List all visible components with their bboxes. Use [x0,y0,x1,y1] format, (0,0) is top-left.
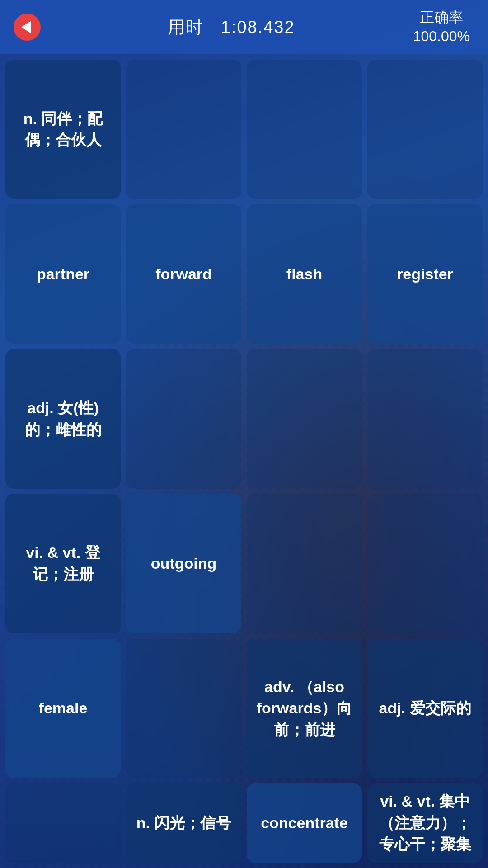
grid-card-c43[interactable]: adj. 爱交际的 [367,639,483,778]
grid-card-c12[interactable]: flash [247,204,362,344]
grid-card-c00[interactable]: n. 同伴；配偶；合伙人 [5,60,121,199]
back-button[interactable] [14,14,41,41]
accuracy-label: 正确率 100.00% [413,8,470,46]
grid-card-c02[interactable] [247,60,362,199]
grid-card-c11[interactable]: forward [126,204,241,344]
timer-prefix: 用时 [168,18,204,37]
grid-card-c22[interactable] [247,349,362,488]
grid-card-c41[interactable] [126,639,241,778]
grid-card-c23[interactable] [367,349,483,488]
grid-card-c13[interactable]: register [367,204,483,344]
grid-card-c20[interactable]: adj. 女(性)的；雌性的 [5,349,121,488]
grid-card-c31[interactable]: outgoing [126,494,241,633]
grid-card-c53[interactable]: vi. & vt. 集中（注意力）；专心干；聚集 [367,783,483,863]
word-grid: n. 同伴；配偶；合伙人partnerforwardflashregistera… [0,54,488,868]
grid-card-c21[interactable] [126,349,241,488]
grid-card-c30[interactable]: vi. & vt. 登记；注册 [5,494,121,633]
grid-card-c03[interactable] [367,60,483,199]
timer-value: 1:08.432 [221,18,295,37]
grid-card-c51[interactable]: n. 闪光；信号 [126,783,241,863]
header: 用时 1:08.432 正确率 100.00% [0,0,488,54]
accuracy-section: 正确率 100.00% [413,8,470,46]
grid-card-c10[interactable]: partner [5,204,121,344]
grid-card-c52[interactable]: concentrate [247,783,362,863]
timer-section: 用时 1:08.432 [41,16,413,39]
grid-card-c33[interactable] [367,494,483,633]
grid-card-c40[interactable]: female [5,639,121,778]
grid-card-c42[interactable]: adv. （also forwards）向前；前进 [247,639,362,778]
grid-card-c50[interactable] [5,783,121,863]
grid-card-c32[interactable] [247,494,362,633]
grid-card-c01[interactable] [126,60,241,199]
timer-display: 用时 1:08.432 [168,16,295,39]
